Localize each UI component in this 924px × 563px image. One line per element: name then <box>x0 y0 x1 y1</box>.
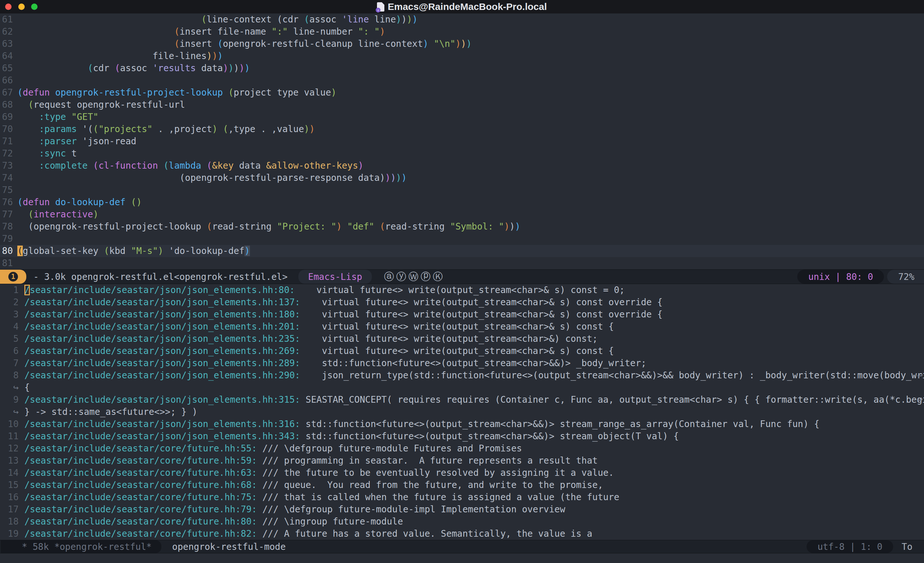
code-line[interactable]: 79 <box>0 233 924 245</box>
code-line[interactable]: 77 (interactive) <box>0 208 924 220</box>
token: ) <box>396 14 401 25</box>
result-line[interactable]: 3/seastar/include/seastar/json/json_elem… <box>0 308 924 320</box>
token <box>17 136 39 147</box>
result-line[interactable]: 12/seastar/include/seastar/core/future.h… <box>0 442 924 455</box>
emacs-frame: ε Emacs@RaindeMacBook-Pro.local 61 (line… <box>0 0 924 563</box>
result-line[interactable]: 10/seastar/include/seastar/json/json_ele… <box>0 418 924 430</box>
result-line[interactable]: 17/seastar/include/seastar/core/future.h… <box>0 503 924 515</box>
code-line[interactable]: 70 :params '(("projects" . ,project) (,t… <box>0 123 924 135</box>
result-line[interactable]: 9/seastar/include/seastar/json/json_elem… <box>0 394 924 406</box>
token: "projects" <box>99 124 153 134</box>
result-line[interactable]: 4/seastar/include/seastar/json/json_elem… <box>0 320 924 333</box>
result-continuation-line[interactable]: ↪} -> std::same_as<future<>>; } ) <box>0 406 924 418</box>
result-line[interactable]: 1/seastar/include/seastar/json/json_elem… <box>0 284 924 296</box>
code-line[interactable]: 76(defun do-lookup-def () <box>0 196 924 208</box>
code-text: file-lines))) <box>17 51 223 61</box>
token: ( <box>207 221 212 232</box>
emacs-icon: ε <box>376 8 381 12</box>
token <box>17 221 28 232</box>
code-line[interactable]: 78 (opengrok-restful-project-lookup (rea… <box>0 220 924 233</box>
result-line[interactable]: 6/seastar/include/seastar/json/json_elem… <box>0 345 924 357</box>
line-wrap-icon: ↪ <box>0 382 19 394</box>
match-text: { <box>24 382 30 393</box>
major-mode-indicator[interactable]: Emacs-Lisp <box>298 270 372 284</box>
result-line[interactable]: 16/seastar/include/seastar/core/future.h… <box>0 491 924 503</box>
minibuffer[interactable]: SPC 1 <box>0 553 924 563</box>
token: assoc <box>120 63 152 73</box>
minimize-button[interactable] <box>18 3 25 10</box>
code-line[interactable]: 71 :parser 'json-read <box>0 135 924 147</box>
result-line[interactable]: 8/seastar/include/seastar/json/json_elem… <box>0 369 924 382</box>
search-results-window[interactable]: 1/seastar/include/seastar/json/json_elem… <box>0 284 924 540</box>
match-text: } -> std::same_as<future<>>; } ) <box>24 407 197 417</box>
token: ) <box>515 221 520 232</box>
major-mode-indicator[interactable]: opengrok-restful-mode <box>172 542 286 552</box>
code-line[interactable]: 74 (opengrok-restful-parse-response data… <box>0 172 924 184</box>
token: 'results <box>152 63 196 73</box>
result-line[interactable]: 13/seastar/include/seastar/core/future.h… <box>0 455 924 467</box>
code-text: (line-context (cdr (assoc 'line line)))) <box>17 14 418 25</box>
result-line[interactable]: 18/seastar/include/seastar/core/future.h… <box>0 515 924 528</box>
modeline-top: 1 - 3.0k opengrok-restful.el<opengrok-re… <box>0 269 924 284</box>
line-number: 79 <box>0 233 13 245</box>
token: ( <box>180 172 185 183</box>
result-line[interactable]: 15/seastar/include/seastar/core/future.h… <box>0 479 924 491</box>
match-text: std::function<future<>(output_stream<cha… <box>300 358 646 368</box>
zoom-button[interactable] <box>31 3 38 10</box>
token: ) <box>456 39 461 49</box>
code-line[interactable]: 72 :sync t <box>0 147 924 160</box>
code-text: (opengrok-restful-parse-response data)))… <box>17 172 407 183</box>
token: ( <box>17 197 23 207</box>
match-text: /// queue. You read from the future, and… <box>257 480 603 490</box>
code-line[interactable]: 64 file-lines))) <box>0 50 924 62</box>
token: line-context <box>207 14 277 25</box>
token: ( <box>131 197 136 207</box>
minor-mode-icons[interactable]: ⓐⓨⓌⓟⓀ <box>384 270 445 283</box>
line-number: 2 <box>0 296 19 308</box>
code-line[interactable]: 66 <box>0 74 924 87</box>
code-line[interactable]: 67(defun opengrok-restful-project-lookup… <box>0 87 924 99</box>
result-line[interactable]: 14/seastar/include/seastar/core/future.h… <box>0 467 924 479</box>
result-continuation-line[interactable]: ↪{ <box>0 382 924 394</box>
match-text: json_return_type(std::function<future<>(… <box>300 370 924 380</box>
match-text: virtual future<> write(output_stream<cha… <box>295 285 625 295</box>
result-line[interactable]: 19/seastar/include/seastar/core/future.h… <box>0 528 924 540</box>
code-line[interactable]: 69 :type "GET" <box>0 111 924 123</box>
result-line[interactable]: 5/seastar/include/seastar/json/json_elem… <box>0 333 924 345</box>
token: ) <box>212 51 218 61</box>
result-line[interactable]: 11/seastar/include/seastar/json/json_ele… <box>0 430 924 442</box>
line-number: 74 <box>0 172 13 184</box>
close-button[interactable] <box>5 3 12 10</box>
code-line[interactable]: 75 <box>0 184 924 196</box>
line-number: 62 <box>0 25 13 38</box>
result-line[interactable]: 7/seastar/include/seastar/json/json_elem… <box>0 357 924 369</box>
line-number: 70 <box>0 123 13 135</box>
code-text: (defun opengrok-restful-project-lookup (… <box>17 87 336 98</box>
token <box>374 221 380 232</box>
file-path: /seastar/include/seastar/json/json_eleme… <box>24 394 300 405</box>
match-text: /// \defgroup future-module-impl Impleme… <box>257 504 565 515</box>
code-line[interactable]: 65 (cdr (assoc 'results data))))) <box>0 62 924 74</box>
token: ( <box>207 160 212 171</box>
code-line[interactable]: 62 (insert file-name ":" line-number ": … <box>0 25 924 38</box>
token: :params <box>39 124 76 134</box>
code-editor-window[interactable]: 61 (line-context (cdr (assoc 'line line)… <box>0 13 924 269</box>
token: read-string <box>212 221 277 232</box>
token: 'json-read <box>76 136 136 147</box>
match-text: virtual future<> write(output_stream<cha… <box>300 334 598 344</box>
code-line[interactable]: 73 :complete (cl-function (lambda (&key … <box>0 160 924 172</box>
code-line[interactable]: 68 (request opengrok-restful-url <box>0 99 924 111</box>
code-line[interactable]: 63 (insert (opengrok-restful-cleanup lin… <box>0 38 924 50</box>
modeline-right-group: utf-8 | 1: 0 To <box>807 540 924 553</box>
token: data <box>196 63 223 73</box>
token: ( <box>88 63 93 73</box>
token: opengrok-restful-parse-response data <box>185 172 380 183</box>
token <box>17 160 39 171</box>
token: ) <box>331 87 336 98</box>
code-line[interactable]: 61 (line-context (cdr (assoc 'line line)… <box>0 13 924 25</box>
code-line[interactable]: 80(global-set-key (kbd "M-s") 'do-lookup… <box>0 245 924 257</box>
match-text: /// A future has a stored value. Semanti… <box>257 529 592 539</box>
line-number: 18 <box>0 515 19 528</box>
code-line[interactable]: 81 <box>0 257 924 269</box>
result-line[interactable]: 2/seastar/include/seastar/json/json_elem… <box>0 296 924 308</box>
